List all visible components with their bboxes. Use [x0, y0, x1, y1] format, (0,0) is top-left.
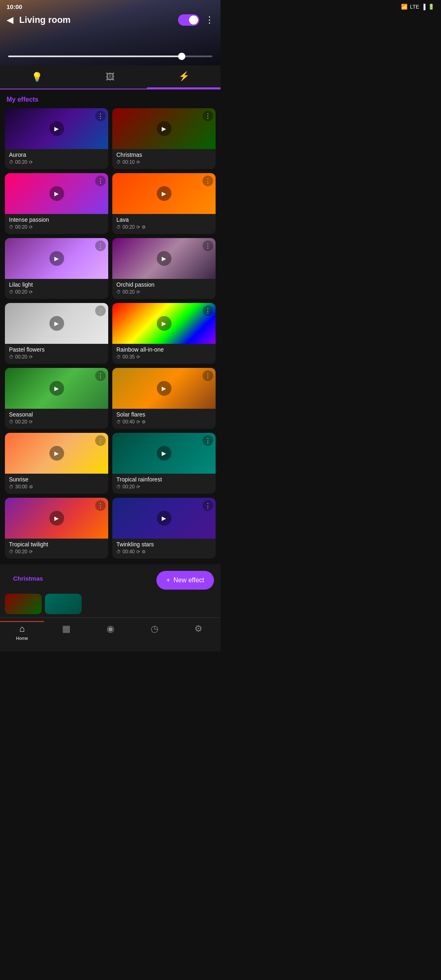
- brightness-slider[interactable]: [8, 56, 212, 57]
- play-button[interactable]: ▶: [157, 381, 172, 396]
- my-effects-header: My effects: [0, 89, 220, 107]
- clock-icon: ⏱: [116, 290, 121, 294]
- status-bar: 10:00 📶 LTE ▐ 🔋: [0, 0, 220, 12]
- effects-icon: ⚡: [178, 71, 189, 82]
- effect-name: Tropical rainforest: [116, 476, 212, 483]
- play-button[interactable]: ▶: [157, 316, 172, 331]
- effect-thumbnail: ▶: [5, 173, 108, 214]
- effect-thumbnail: ▶: [5, 498, 108, 539]
- effect-name: Twinkling stars: [116, 541, 212, 548]
- play-button[interactable]: ▶: [49, 511, 64, 526]
- effect-menu-button[interactable]: ⋮: [203, 435, 213, 446]
- effect-duration: 00:20: [15, 224, 27, 230]
- effect-menu-button[interactable]: ⋮: [95, 500, 106, 511]
- effect-card-lilac-light[interactable]: ▶ ⋮ Lilac light ⏱ 00:20 ⟳: [5, 238, 108, 299]
- status-time: 10:00: [7, 3, 22, 10]
- repeat-icon: ⟳: [29, 419, 33, 425]
- play-button[interactable]: ▶: [49, 446, 64, 461]
- play-button[interactable]: ▶: [157, 121, 172, 136]
- effect-info: Pastel flowers ⏱ 00:20 ⟳: [5, 344, 108, 364]
- play-button[interactable]: ▶: [157, 511, 172, 526]
- effect-card-tropical-twilight[interactable]: ▶ ⋮ Tropical twilight ⏱ 00:20 ⟳: [5, 498, 108, 559]
- play-button[interactable]: ▶: [49, 251, 64, 266]
- gear-indicator: ⚙: [29, 484, 33, 490]
- effect-duration: 00:20: [15, 419, 27, 425]
- effect-info: Orchid passion ⏱ 00:20 ⟳: [112, 279, 216, 299]
- effect-name: Sunrise: [9, 476, 104, 483]
- effect-meta: ⏱ 00:20 ⟳ ⚙: [116, 224, 212, 230]
- nav-games[interactable]: ◉: [88, 621, 132, 643]
- effect-card-christmas[interactable]: ▶ ⋮ Christmas ⏱ 00:10 ⟳: [112, 108, 216, 169]
- repeat-icon: ⟳: [136, 419, 140, 425]
- clock-icon: ⏱: [9, 225, 13, 229]
- effect-duration: 30:00: [15, 484, 27, 490]
- tab-light[interactable]: 💡: [0, 65, 74, 89]
- tab-effects[interactable]: ⚡: [147, 65, 220, 89]
- effect-thumbnail: ▶: [112, 498, 216, 539]
- effect-thumbnail: ▶: [112, 173, 216, 214]
- repeat-icon: ⟳: [136, 290, 140, 295]
- effect-card-orchid-passion[interactable]: ▶ ⋮ Orchid passion ⏱ 00:20 ⟳: [112, 238, 216, 299]
- effect-card-pastel-flowers[interactable]: ▶ ⋮ Pastel flowers ⏱ 00:20 ⟳: [5, 303, 108, 364]
- effect-card-aurora[interactable]: ▶ ⋮ Aurora ⏱ 00:20 ⟳: [5, 108, 108, 169]
- effect-card-seasonal[interactable]: ▶ ⋮ Seasonal ⏱ 00:20 ⟳: [5, 368, 108, 429]
- timer-icon: ◷: [151, 624, 158, 634]
- tab-scene[interactable]: 🖼: [74, 65, 147, 89]
- effect-card-intense-passion[interactable]: ▶ ⋮ Intense passion ⏱ 00:20 ⟳: [5, 173, 108, 234]
- effect-menu-button[interactable]: ⋮: [95, 176, 106, 186]
- effect-name: Intense passion: [9, 216, 104, 223]
- play-button[interactable]: ▶: [157, 186, 172, 201]
- effect-menu-button[interactable]: ⋮: [203, 241, 213, 251]
- effect-card-lava[interactable]: ▶ ⋮ Lava ⏱ 00:20 ⟳ ⚙: [112, 173, 216, 234]
- repeat-icon: ⟳: [136, 225, 140, 230]
- nav-settings[interactable]: ⚙: [176, 621, 220, 643]
- play-button[interactable]: ▶: [49, 316, 64, 331]
- effect-menu-button[interactable]: ⋮: [203, 500, 213, 511]
- effect-duration: 00:40: [122, 419, 135, 425]
- effect-menu-button[interactable]: ⋮: [95, 111, 106, 121]
- effect-menu-button[interactable]: ⋮: [203, 370, 213, 381]
- effect-info: Lava ⏱ 00:20 ⟳ ⚙: [112, 214, 216, 234]
- play-button[interactable]: ▶: [49, 121, 64, 136]
- effect-thumbnail: ▶: [112, 303, 216, 344]
- effect-duration: 00:20: [15, 354, 27, 360]
- effect-card-tropical-rainforest[interactable]: ▶ ⋮ Tropical rainforest ⏱ 00:20 ⟳: [112, 433, 216, 494]
- clock-icon: ⏱: [9, 549, 13, 554]
- nav-timer[interactable]: ◷: [132, 621, 176, 643]
- effect-card-solar-flares[interactable]: ▶ ⋮ Solar flares ⏱ 00:40 ⟳ ⚙: [112, 368, 216, 429]
- play-button[interactable]: ▶: [157, 446, 172, 461]
- more-options-button[interactable]: ⋮: [203, 13, 216, 27]
- nav-home[interactable]: ⌂ Home: [0, 621, 44, 643]
- power-toggle[interactable]: [178, 14, 199, 26]
- effect-name: Lava: [116, 216, 212, 223]
- effect-menu-button[interactable]: ⋮: [95, 241, 106, 251]
- effect-info: Lilac light ⏱ 00:20 ⟳: [5, 279, 108, 299]
- effect-card-sunrise[interactable]: ▶ ⋮ Sunrise ⏱ 30:00 ⚙: [5, 433, 108, 494]
- effect-meta: ⏱ 00:20 ⟳: [9, 224, 104, 230]
- effect-menu-button[interactable]: ⋮: [203, 111, 213, 121]
- back-button[interactable]: ◀: [5, 13, 15, 27]
- effect-info: Sunrise ⏱ 30:00 ⚙: [5, 474, 108, 494]
- repeat-icon: ⟳: [29, 225, 33, 230]
- play-button[interactable]: ▶: [49, 186, 64, 201]
- effect-menu-button[interactable]: ⋮: [95, 305, 106, 316]
- clock-icon: ⏱: [116, 484, 121, 489]
- effect-duration: 00:35: [122, 354, 135, 360]
- effect-menu-button[interactable]: ⋮: [203, 176, 213, 186]
- light-icon: 💡: [31, 72, 42, 82]
- nav-gallery[interactable]: ▦: [44, 621, 88, 643]
- effect-card-twinkling-stars[interactable]: ▶ ⋮ Twinkling stars ⏱ 00:40 ⟳ ⚙: [112, 498, 216, 559]
- clock-icon: ⏱: [9, 160, 13, 165]
- effect-menu-button[interactable]: ⋮: [95, 435, 106, 446]
- play-button[interactable]: ▶: [157, 251, 172, 266]
- effect-menu-button[interactable]: ⋮: [203, 305, 213, 316]
- effect-thumbnail: ▶: [112, 238, 216, 279]
- effect-menu-button[interactable]: ⋮: [95, 370, 106, 381]
- play-button[interactable]: ▶: [49, 381, 64, 396]
- effect-card-rainbow-all-in-one[interactable]: ▶ ⋮ Rainbow all-in-one ⏱ 00:35 ⟳: [112, 303, 216, 364]
- clock-icon: ⏱: [9, 354, 13, 359]
- new-effect-icon: +: [166, 577, 170, 584]
- new-effect-button[interactable]: + New effect: [156, 571, 214, 590]
- effect-duration: 00:20: [15, 289, 27, 295]
- effect-duration: 00:20: [15, 159, 27, 165]
